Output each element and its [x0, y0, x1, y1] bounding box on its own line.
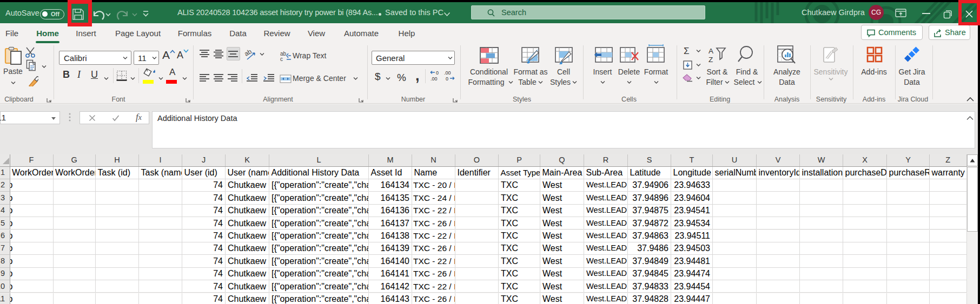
svg-text:ab: ab: [244, 49, 253, 58]
svg-text:Z: Z: [708, 56, 713, 63]
svg-text:.00: .00: [431, 76, 438, 81]
svg-text:0: 0: [436, 70, 439, 76]
svg-text:A: A: [708, 47, 713, 55]
svg-text:0: 0: [446, 76, 448, 81]
svg-text:c: c: [280, 56, 283, 62]
svg-text:.00: .00: [444, 70, 451, 76]
